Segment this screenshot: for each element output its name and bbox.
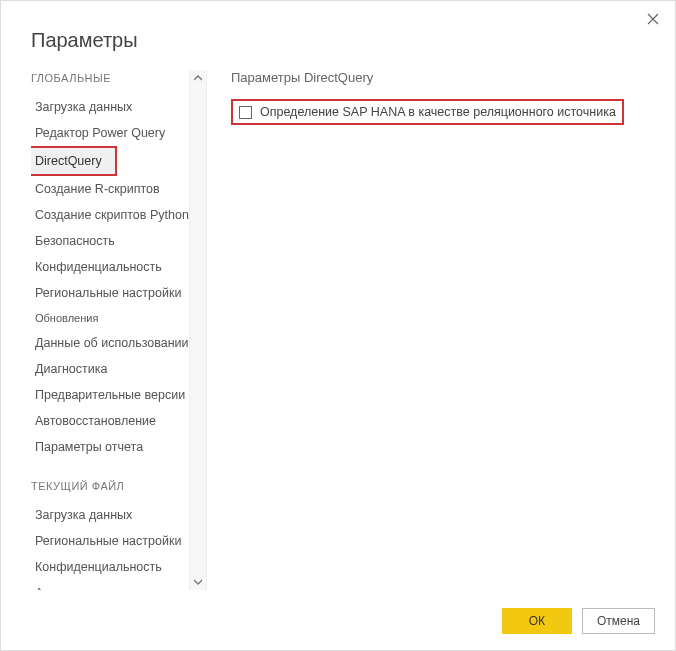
sidebar-item-file-auto-recovery[interactable]: Автовосстановление (31, 580, 199, 590)
sidebar-item-security[interactable]: Безопасность (31, 228, 199, 254)
close-icon[interactable] (643, 9, 663, 29)
sidebar-item-privacy[interactable]: Конфиденциальность (31, 254, 199, 280)
sidebar-item-report-settings[interactable]: Параметры отчета (31, 434, 199, 460)
sidebar-item-file-privacy[interactable]: Конфиденциальность (31, 554, 199, 580)
dialog-title: Параметры (1, 1, 675, 70)
sidebar-item-diagnostics[interactable]: Диагностика (31, 356, 199, 382)
panel-heading: Параметры DirectQuery (231, 70, 659, 85)
content-area: ГЛОБАЛЬНЫЕ Загрузка данных Редактор Powe… (1, 70, 675, 590)
sidebar-item-file-regional[interactable]: Региональные настройки (31, 528, 199, 554)
ok-button[interactable]: ОК (502, 608, 572, 634)
scroll-up-icon[interactable] (190, 70, 206, 86)
sap-hana-checkbox-label: Определение SAP HANA в качестве реляцион… (260, 105, 616, 119)
dialog-footer: ОК Отмена (502, 608, 655, 634)
sidebar-item-r-scripts[interactable]: Создание R-скриптов (31, 176, 199, 202)
sidebar-item-directquery[interactable]: DirectQuery (31, 146, 117, 176)
cancel-button[interactable]: Отмена (582, 608, 655, 634)
sidebar-item-file-data-load[interactable]: Загрузка данных (31, 502, 199, 528)
scroll-track[interactable] (190, 86, 206, 574)
sidebar: ГЛОБАЛЬНЫЕ Загрузка данных Редактор Powe… (31, 70, 199, 590)
sidebar-item-regional[interactable]: Региональные настройки (31, 280, 199, 306)
sidebar-item-data-load[interactable]: Загрузка данных (31, 94, 199, 120)
sidebar-item-updates[interactable]: Обновления (31, 306, 199, 330)
sap-hana-checkbox[interactable] (239, 106, 252, 119)
sidebar-item-usage[interactable]: Данные об использовании (31, 330, 199, 356)
main-panel: Параметры DirectQuery Определение SAP HA… (199, 70, 659, 590)
scroll-down-icon[interactable] (190, 574, 206, 590)
sap-hana-checkbox-row[interactable]: Определение SAP HANA в качестве реляцион… (231, 99, 624, 125)
sidebar-item-preview-features[interactable]: Предварительные версии функций (31, 382, 199, 408)
sidebar-item-auto-recovery[interactable]: Автовосстановление (31, 408, 199, 434)
sidebar-section-current-file: ТЕКУЩИЙ ФАЙЛ (31, 480, 199, 492)
sidebar-scrollbar[interactable] (189, 70, 207, 590)
sidebar-section-global: ГЛОБАЛЬНЫЕ (31, 72, 199, 84)
sidebar-item-pq-editor[interactable]: Редактор Power Query (31, 120, 199, 146)
sidebar-item-python-scripts[interactable]: Создание скриптов Python (31, 202, 199, 228)
